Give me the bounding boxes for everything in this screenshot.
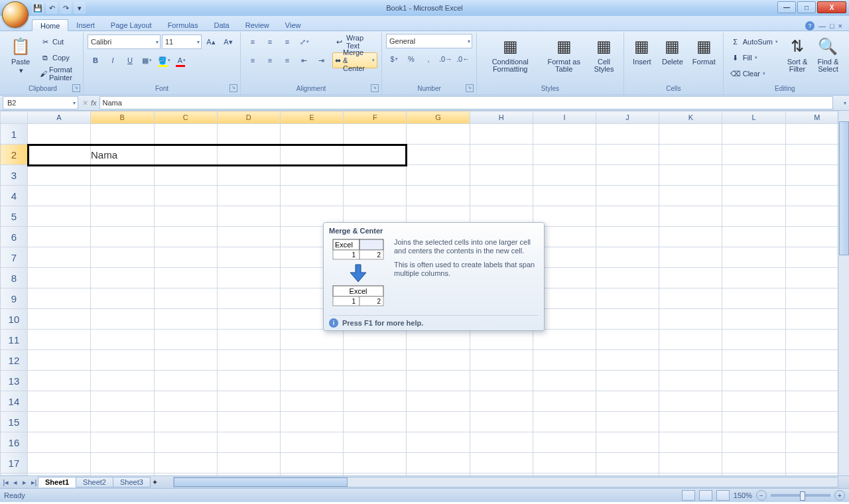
cell-L2[interactable] — [722, 145, 785, 165]
column-header-K[interactable]: K — [659, 111, 722, 124]
cell-E3[interactable] — [280, 165, 343, 186]
cell-L1[interactable] — [722, 124, 785, 145]
cell-J12[interactable] — [596, 350, 659, 371]
cell-F11[interactable] — [344, 330, 407, 350]
cell-L14[interactable] — [722, 391, 785, 412]
cell-D6[interactable] — [217, 227, 280, 247]
cell-H17[interactable] — [470, 453, 533, 473]
formula-bar[interactable]: Nama — [99, 96, 833, 109]
vertical-scrollbar[interactable] — [838, 111, 849, 475]
delete-cells-button[interactable]: ▦Delete — [659, 34, 686, 68]
cell-A9[interactable] — [27, 288, 90, 309]
row-header-5[interactable]: 5 — [1, 206, 28, 227]
italic-button[interactable]: I — [105, 52, 121, 68]
clipboard-dialog-launcher[interactable]: ↘ — [72, 84, 80, 92]
cell-G14[interactable] — [407, 391, 470, 412]
row-header-2[interactable]: 2 — [1, 145, 28, 165]
cell-G16[interactable] — [407, 432, 470, 453]
comma-button[interactable]: , — [421, 51, 436, 67]
column-header-B[interactable]: B — [91, 111, 155, 124]
cell-G4[interactable] — [407, 186, 470, 206]
normal-view-button[interactable] — [682, 490, 695, 501]
align-top-button[interactable]: ≡ — [245, 34, 261, 50]
cell-A12[interactable] — [27, 350, 90, 371]
row-header-14[interactable]: 14 — [1, 391, 28, 412]
qat-customize-icon[interactable]: ▾ — [74, 2, 86, 14]
cell-C11[interactable] — [154, 330, 217, 350]
cell-I2[interactable] — [533, 145, 596, 165]
decrease-decimal-button[interactable]: .0← — [455, 51, 471, 67]
column-header-I[interactable]: I — [533, 111, 596, 124]
shrink-font-button[interactable]: A▾ — [220, 34, 236, 50]
format-painter-button[interactable]: 🖌Format Painter — [37, 66, 79, 82]
cell-I11[interactable] — [533, 330, 596, 350]
cell-G17[interactable] — [407, 453, 470, 473]
cell-J2[interactable] — [596, 145, 659, 165]
cell-G13[interactable] — [407, 371, 470, 391]
row-header-18[interactable]: 18 — [1, 473, 28, 476]
cell-E15[interactable] — [280, 412, 343, 432]
cell-J15[interactable] — [596, 412, 659, 432]
percent-button[interactable]: % — [403, 51, 419, 67]
cell-B18[interactable] — [91, 473, 155, 476]
cell-G18[interactable] — [407, 473, 470, 476]
font-name-combo[interactable]: Calibri — [88, 34, 161, 49]
cell-A1[interactable] — [27, 124, 90, 145]
row-header-4[interactable]: 4 — [1, 186, 28, 206]
cell-A11[interactable] — [27, 330, 90, 350]
cell-J14[interactable] — [596, 391, 659, 412]
cell-J9[interactable] — [596, 288, 659, 309]
cell-K7[interactable] — [659, 247, 722, 268]
tab-formulas[interactable]: Formulas — [160, 19, 206, 31]
cell-A10[interactable] — [27, 309, 90, 330]
cell-A13[interactable] — [27, 371, 90, 391]
zoom-slider[interactable] — [771, 494, 830, 497]
doc-close-icon[interactable]: × — [838, 22, 842, 30]
prev-sheet-icon[interactable]: ◂ — [11, 478, 20, 487]
horizontal-scrollbar[interactable] — [173, 477, 838, 487]
cell-K13[interactable] — [659, 371, 722, 391]
cell-J7[interactable] — [596, 247, 659, 268]
cell-K8[interactable] — [659, 268, 722, 288]
bold-button[interactable]: B — [88, 52, 103, 68]
column-header-H[interactable]: H — [470, 111, 533, 124]
cell-K4[interactable] — [659, 186, 722, 206]
cell-E17[interactable] — [280, 453, 343, 473]
cell-D9[interactable] — [217, 288, 280, 309]
cell-D13[interactable] — [217, 371, 280, 391]
cell-B4[interactable] — [91, 186, 155, 206]
cell-C16[interactable] — [154, 432, 217, 453]
cell-B6[interactable] — [91, 227, 155, 247]
cell-F14[interactable] — [344, 391, 407, 412]
cell-H4[interactable] — [470, 186, 533, 206]
cell-K5[interactable] — [659, 206, 722, 227]
cell-L6[interactable] — [722, 227, 785, 247]
cell-J18[interactable] — [596, 473, 659, 476]
cell-C7[interactable] — [154, 247, 217, 268]
row-header-1[interactable]: 1 — [1, 124, 28, 145]
fill-color-button[interactable]: 🪣▾ — [157, 52, 172, 68]
cell-L13[interactable] — [722, 371, 785, 391]
cell-K2[interactable] — [659, 145, 722, 165]
cell-C12[interactable] — [154, 350, 217, 371]
row-header-15[interactable]: 15 — [1, 412, 28, 432]
cell-L9[interactable] — [722, 288, 785, 309]
decrease-indent-button[interactable]: ⇤ — [296, 52, 312, 68]
cell-F15[interactable] — [344, 412, 407, 432]
cell-D17[interactable] — [217, 453, 280, 473]
cell-K3[interactable] — [659, 165, 722, 186]
cell-A3[interactable] — [27, 165, 90, 186]
cell-L18[interactable] — [722, 473, 785, 476]
name-box[interactable]: B2 — [3, 96, 78, 109]
font-size-combo[interactable]: 11 — [162, 34, 202, 49]
cell-K17[interactable] — [659, 453, 722, 473]
cell-B1[interactable] — [91, 124, 155, 145]
cell-I12[interactable] — [533, 350, 596, 371]
cell-F18[interactable] — [344, 473, 407, 476]
cell-A6[interactable] — [27, 227, 90, 247]
redo-icon[interactable]: ↷ — [60, 2, 72, 14]
cell-J3[interactable] — [596, 165, 659, 186]
cell-H1[interactable] — [470, 124, 533, 145]
cell-C10[interactable] — [154, 309, 217, 330]
increase-decimal-button[interactable]: .0→ — [438, 51, 454, 67]
